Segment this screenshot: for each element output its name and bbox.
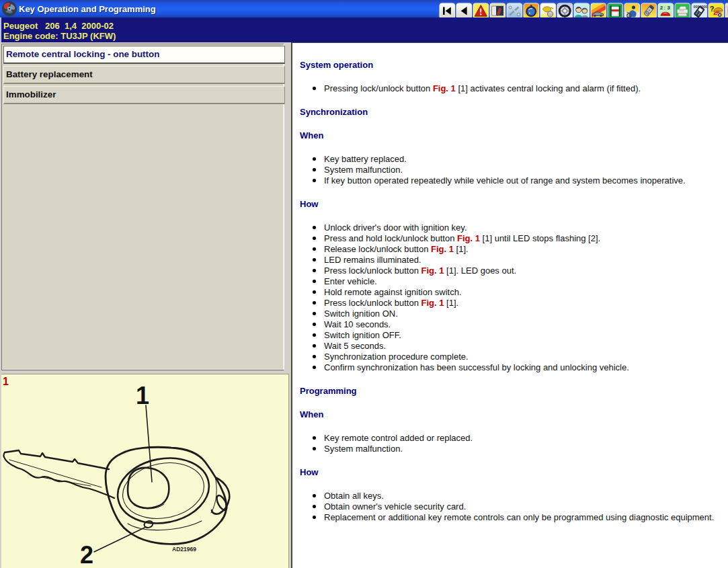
svg-text:3: 3 — [668, 5, 671, 11]
svg-text:2: 2 — [80, 541, 93, 568]
svg-text:2: 2 — [660, 5, 663, 11]
svg-text::: : — [664, 5, 665, 10]
svg-text:1: 1 — [136, 382, 149, 409]
svg-text:AD21969: AD21969 — [172, 546, 196, 553]
